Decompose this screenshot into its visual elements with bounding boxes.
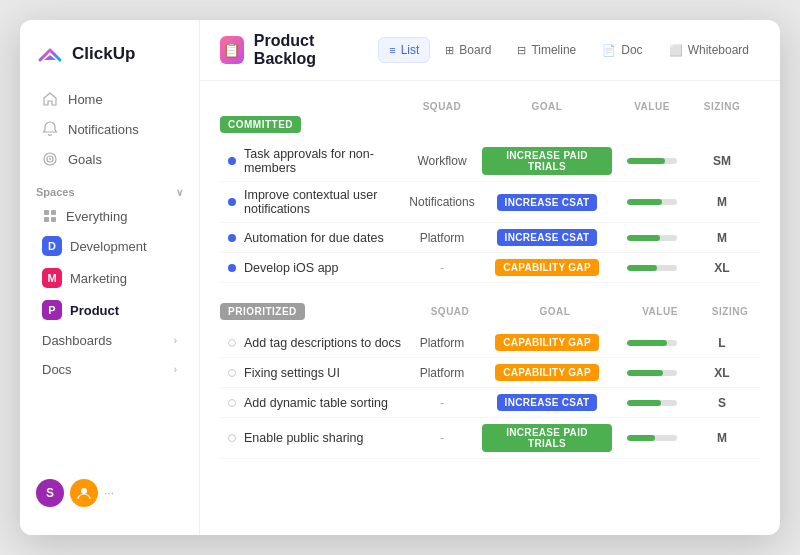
tab-timeline[interactable]: ⊟ Timeline bbox=[506, 37, 587, 63]
table-row[interactable]: Enable public sharing - INCREASE PAID TR… bbox=[220, 418, 760, 459]
task-sizing: XL bbox=[692, 366, 752, 380]
table-row[interactable]: Add tag descriptions to docs Platform CA… bbox=[220, 328, 760, 358]
task-value bbox=[612, 370, 692, 376]
whiteboard-tab-icon: ⬜ bbox=[669, 44, 683, 57]
task-value bbox=[612, 235, 692, 241]
sidebar-item-marketing[interactable]: M Marketing bbox=[26, 262, 193, 294]
development-dot: D bbox=[42, 236, 62, 256]
squad-dash: - bbox=[440, 396, 444, 410]
sidebar-item-dashboards[interactable]: Dashboards › bbox=[26, 326, 193, 355]
task-dot bbox=[228, 434, 236, 442]
col-task bbox=[228, 101, 402, 112]
clickup-logo-icon bbox=[36, 40, 64, 68]
task-dot bbox=[228, 157, 236, 165]
product-dot: P bbox=[42, 300, 62, 320]
column-headers: SQUAD GOAL VALUE SIZING bbox=[220, 97, 760, 116]
task-sizing: L bbox=[692, 336, 752, 350]
section-header-committed: COMMITTED bbox=[220, 116, 760, 133]
table-row[interactable]: Automation for due dates Platform INCREA… bbox=[220, 223, 760, 253]
col-value-2: VALUE bbox=[620, 306, 700, 317]
task-value bbox=[612, 340, 692, 346]
task-value bbox=[612, 265, 692, 271]
col-sizing-2: SIZING bbox=[700, 306, 760, 317]
sidebar-item-notifications[interactable]: Notifications bbox=[26, 114, 193, 144]
goals-icon bbox=[42, 151, 58, 167]
logo: ClickUp bbox=[20, 36, 199, 84]
task-sizing: M bbox=[692, 195, 752, 209]
task-value bbox=[612, 158, 692, 164]
task-squad: - bbox=[402, 431, 482, 445]
main-content: 📋 Product Backlog ≡ List ⊞ Board ⊟ Timel… bbox=[200, 20, 780, 535]
task-goal: INCREASE PAID TRIALS bbox=[482, 424, 612, 452]
tab-whiteboard[interactable]: ⬜ Whiteboard bbox=[658, 37, 760, 63]
task-squad: Platform bbox=[402, 336, 482, 350]
avatar-2[interactable] bbox=[70, 479, 98, 507]
tab-list[interactable]: ≡ List bbox=[378, 37, 430, 63]
task-name: Task approvals for non-members bbox=[228, 147, 402, 175]
sidebar-item-product[interactable]: P Product bbox=[26, 294, 193, 326]
col-squad-2: SQUAD bbox=[410, 306, 490, 317]
view-tabs: ≡ List ⊞ Board ⊟ Timeline 📄 Doc ⬜ Whi bbox=[378, 37, 760, 63]
sidebar-item-home[interactable]: Home bbox=[26, 84, 193, 114]
task-dot bbox=[228, 399, 236, 407]
task-squad: Platform bbox=[402, 231, 482, 245]
col-squad: SQUAD bbox=[402, 101, 482, 112]
avatar-s[interactable]: S bbox=[36, 479, 64, 507]
page-title: Product Backlog bbox=[254, 32, 362, 68]
task-squad: Notifications bbox=[402, 195, 482, 209]
table-row[interactable]: Improve contextual user notifications No… bbox=[220, 182, 760, 223]
squad-label: Platform bbox=[420, 336, 465, 350]
svg-rect-5 bbox=[44, 217, 49, 222]
tab-doc[interactable]: 📄 Doc bbox=[591, 37, 653, 63]
spaces-chevron[interactable]: ∨ bbox=[176, 187, 183, 198]
svg-rect-4 bbox=[51, 210, 56, 215]
table-row[interactable]: Develop iOS app - CAPABILITY GAP XL bbox=[220, 253, 760, 283]
svg-rect-3 bbox=[44, 210, 49, 215]
task-goal: INCREASE CSAT bbox=[482, 194, 612, 211]
dashboards-chevron: › bbox=[174, 335, 177, 346]
section-badge-prioritized: PRIORITIZED bbox=[220, 303, 305, 320]
task-dot bbox=[228, 339, 236, 347]
section-committed: COMMITTED Task approvals for non-members… bbox=[220, 116, 760, 283]
task-name: Improve contextual user notifications bbox=[228, 188, 402, 216]
squad-dash: - bbox=[440, 261, 444, 275]
docs-chevron: › bbox=[174, 364, 177, 375]
task-sizing: XL bbox=[692, 261, 752, 275]
sidebar-item-goals[interactable]: Goals bbox=[26, 144, 193, 174]
timeline-tab-icon: ⊟ bbox=[517, 44, 526, 57]
task-squad: - bbox=[402, 396, 482, 410]
task-dot bbox=[228, 234, 236, 242]
section-header-prioritized: PRIORITIZED SQUAD GOAL VALUE SIZING bbox=[220, 303, 760, 320]
sidebar-item-everything[interactable]: Everything bbox=[26, 202, 193, 230]
sidebar-item-docs[interactable]: Docs › bbox=[26, 355, 193, 384]
doc-tab-icon: 📄 bbox=[602, 44, 616, 57]
table-row[interactable]: Task approvals for non-members Workflow … bbox=[220, 141, 760, 182]
home-icon bbox=[42, 91, 58, 107]
sidebar-item-development[interactable]: D Development bbox=[26, 230, 193, 262]
spaces-section-label: Spaces ∨ bbox=[20, 174, 199, 202]
board-tab-icon: ⊞ bbox=[445, 44, 454, 57]
table-row[interactable]: Add dynamic table sorting - INCREASE CSA… bbox=[220, 388, 760, 418]
task-name: Add dynamic table sorting bbox=[228, 396, 402, 410]
table-row[interactable]: Fixing settings UI Platform CAPABILITY G… bbox=[220, 358, 760, 388]
task-sizing: SM bbox=[692, 154, 752, 168]
task-dot bbox=[228, 198, 236, 206]
task-squad: - bbox=[402, 261, 482, 275]
col-goal: GOAL bbox=[482, 101, 612, 112]
marketing-dot: M bbox=[42, 268, 62, 288]
tab-board[interactable]: ⊞ Board bbox=[434, 37, 502, 63]
task-squad: Platform bbox=[402, 366, 482, 380]
squad-label: Notifications bbox=[409, 195, 474, 209]
user-icon bbox=[76, 485, 92, 501]
task-value bbox=[612, 435, 692, 441]
avatar-expand[interactable]: ··· bbox=[104, 486, 114, 500]
task-name: Develop iOS app bbox=[228, 261, 402, 275]
app-name: ClickUp bbox=[72, 44, 135, 64]
sidebar-bottom: S ··· bbox=[20, 467, 199, 519]
section-prioritized: PRIORITIZED SQUAD GOAL VALUE SIZING Add … bbox=[220, 303, 760, 459]
content-area: SQUAD GOAL VALUE SIZING COMMITTED Task a… bbox=[200, 81, 780, 535]
squad-label: Platform bbox=[420, 231, 465, 245]
task-sizing: S bbox=[692, 396, 752, 410]
task-value bbox=[612, 199, 692, 205]
task-goal: CAPABILITY GAP bbox=[482, 334, 612, 351]
